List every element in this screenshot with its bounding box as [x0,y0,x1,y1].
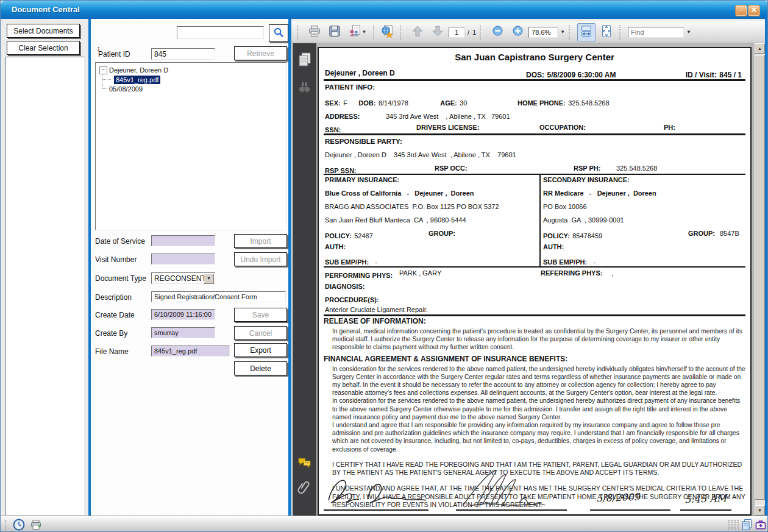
statusbar-grip [5,520,6,530]
print-status-icon[interactable] [30,519,42,531]
doc-phys-row: PERFORMING PHYS: PARK , GARY REFERRING P… [325,269,745,280]
scrollbar-thumb[interactable] [755,55,765,500]
create-date-field [151,309,215,320]
find-dropdown-caret-icon[interactable]: ▼ [686,29,691,35]
doc-primary-policy: 52487 [354,232,373,239]
find-input[interactable] [628,27,684,38]
save-button[interactable]: Save [234,308,287,322]
doc-sex-row: SEX: F DOB: 8/14/1978 AGE: 30 HOME PHONE… [325,97,610,108]
patient-id-label: Patient ID [98,50,130,59]
clear-selection-button[interactable]: Clear Selection [7,41,80,55]
tree-item-patient[interactable]: Dejeuner, Doreen D [109,66,168,74]
document-scrollbar[interactable]: ▲ ▼ [755,43,765,516]
scroll-up-button[interactable]: ▲ [755,43,765,54]
doc-dob-label: DOB: [358,99,375,107]
export-button[interactable]: Export [234,343,287,357]
status-bar [1,516,768,532]
date-of-service-field [151,235,215,246]
tree-item-date[interactable]: 05/08/2009 [109,85,143,93]
scroll-down-button[interactable]: ▼ [755,505,765,516]
medical-case-icon[interactable] [755,519,767,531]
doc-insurance-block: PRIMARY INSURANCE: Blue Cross of Califor… [324,175,745,266]
save-document-button[interactable] [325,23,344,41]
next-page-button[interactable] [428,23,447,41]
search-icon [273,27,285,40]
print-button[interactable] [305,23,324,41]
doc-responsible-line: Dejeuner , Doreen D 345 3rd Ave West , A… [325,151,516,158]
search-button[interactable] [269,24,288,42]
tree-connector [102,79,111,80]
statusbar-grip [738,520,739,530]
doc-secondary-sub-label: SUB EMP/PH: [543,258,587,266]
zoom-dropdown-caret-icon[interactable]: ▼ [560,29,565,35]
doc-primary-policy-label: POLICY: [325,232,352,239]
cancel-button[interactable]: Cancel [234,326,287,340]
tree-expander-icon[interactable]: − [99,66,107,74]
toolbar-separator [373,25,374,40]
web-publish-button[interactable] [378,23,396,41]
doc-procedures-label: PROCEDURE(S): [325,296,379,303]
doc-dos-label: DOS: [526,71,544,79]
file-name-field [151,346,230,356]
fit-width-button[interactable] [577,23,596,41]
doc-home-phone: 325.548.5268 [568,99,609,107]
witness-signature [456,469,569,509]
export-dropdown-caret-icon[interactable]: ▼ [362,29,367,35]
document-type-select[interactable]: REGCONSENT ▼ [151,272,215,284]
save-icon [328,24,341,40]
doc-rsp-occ-label: RSP OCC: [435,165,468,172]
text-cursor-artifact: ↕ [97,44,101,52]
fit-width-icon [580,24,593,40]
page-thumbnails-icon[interactable] [297,52,312,67]
document-tree[interactable]: − Dejeuner, Doreen D 845v1_reg.pdf 05/08… [95,62,287,230]
comments-icon[interactable] [297,455,312,470]
doc-release-heading: RELEASE OF INFORMATION: [324,317,745,325]
tree-item-file-selected[interactable]: 845v1_reg.pdf [114,76,160,84]
doc-ssn-label: SSN: [325,126,341,133]
doc-address: 345 3rd Ave West , Abilene , TX 79601 [386,113,510,120]
document-viewport[interactable]: San Juan Capistrano Surgery Center Dejeu… [316,43,755,516]
toolbar-grip [619,25,624,40]
doc-primary-auth-label: AUTH: [325,243,346,250]
dropdown-arrow-icon[interactable]: ▼ [204,274,214,284]
description-field[interactable] [151,291,286,302]
down-arrow-icon [432,25,444,40]
print-icon [308,24,321,40]
zoom-out-button[interactable] [488,23,507,41]
doc-secondary-sub: - [594,258,596,266]
fit-page-button[interactable] [597,23,616,41]
selected-documents-list[interactable] [5,57,85,516]
retrieve-button[interactable]: Retrieve [234,46,287,60]
minimize-button[interactable]: ─ [735,5,747,16]
copy-documents-icon[interactable] [741,519,753,531]
search-binoculars-icon[interactable] [297,80,312,95]
doc-home-phone-label: HOME PHONE: [517,99,566,107]
import-button[interactable]: Import [234,234,287,248]
search-input[interactable] [177,26,264,39]
doc-ph-label: PH: [664,124,675,131]
zoom-level-input[interactable] [528,27,558,38]
export-document-button[interactable]: ▼ [346,23,369,41]
document-type-label: Document Type [95,274,146,283]
select-documents-button[interactable]: Select Documents [7,24,80,38]
doc-primary-sub: - [375,258,378,266]
previous-page-button[interactable] [408,23,427,41]
doc-secondary-line2: PO Box 10066 [543,203,587,210]
doc-release-para: In general, medical information concerni… [324,327,745,352]
doc-rule [324,266,745,268]
doc-id-visit: ID / Visit: 845 / 1 [686,69,742,80]
zoom-in-icon [512,25,524,39]
close-button[interactable]: ✕ [748,5,760,16]
doc-secondary-policy: 85478459 [572,232,602,239]
title-bar[interactable]: Document Central ─ ✕ [1,1,768,19]
attachments-icon[interactable] [297,480,312,495]
history-clock-icon[interactable] [13,519,25,531]
file-name-label: File Name [95,347,129,356]
patient-id-input[interactable] [151,48,215,60]
statusbar-grip [734,520,736,530]
delete-button[interactable]: Delete [234,361,287,375]
page-number-input[interactable] [449,27,464,38]
toolbar-grip [400,25,405,40]
undo-import-button[interactable]: Undo Import [234,252,287,266]
zoom-in-button[interactable] [508,23,527,41]
